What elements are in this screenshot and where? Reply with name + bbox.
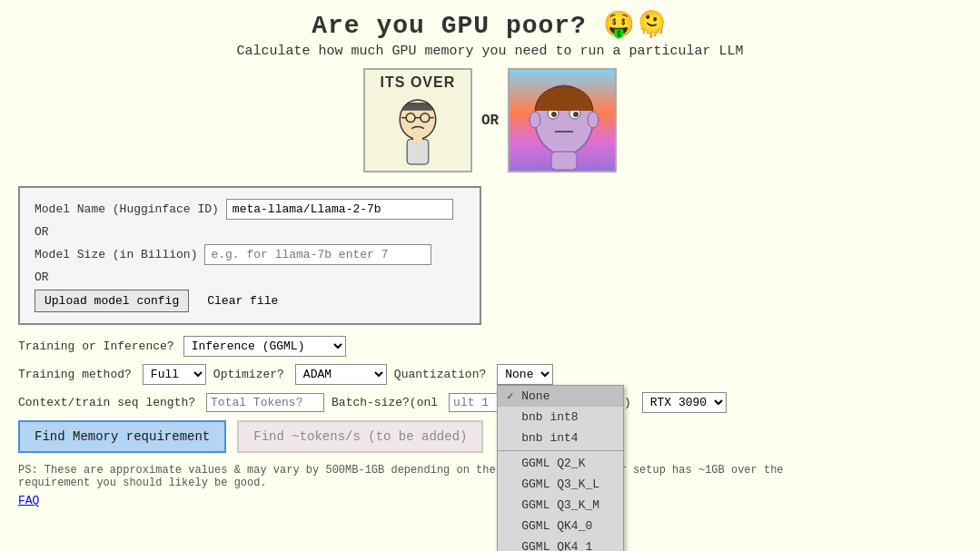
svg-point-12 [551,112,557,117]
gpu-select[interactable]: RTX 3090 RTX 4090 A100 H100 [642,392,727,413]
quantization-option-ggml-q2k[interactable]: GGML Q2_K [498,453,623,474]
method-optimizer-quantization-row: Training method? Full LoRA QLoRA Optimiz… [18,364,962,385]
meme-npc-box [508,68,617,172]
or-row-2: OR [35,271,465,284]
svg-rect-17 [551,152,577,170]
npc-figure [510,70,617,172]
model-name-row: Model Name (Hugginface ID) [35,199,465,220]
training-method-select[interactable]: Full LoRA QLoRA [143,364,206,385]
model-name-input[interactable] [226,199,453,220]
page-subtitle: Calculate how much GPU memory you need t… [18,44,962,59]
faq-link[interactable]: FAQ [18,494,39,507]
action-buttons-row: Find Memory requirement Find ~tokens/s (… [18,420,962,453]
wojak-figure [381,94,454,166]
training-inference-select[interactable]: Inference (GGML) Training Inference (PyT… [183,336,346,357]
model-size-label: Model Size (in Billion) [35,248,197,261]
meme-its-over-text: ITS OVER [381,74,456,91]
svg-rect-7 [413,137,422,143]
quantization-option-ggml-q3kl[interactable]: GGML Q3_K_L [498,474,623,495]
quantization-popup: ✓ None bnb int8 bnb int4 GGML Q2_K [497,385,624,551]
or-row-1: OR [35,225,465,239]
training-method-label: Training method? [18,368,132,381]
quantization-option-ggml-q3km[interactable]: GGML Q3_K_M [498,495,623,516]
batch-label: Batch-size?(onl [332,396,438,409]
meme-section: ITS OVER OR [18,68,962,172]
quantization-option-ggml-qk41[interactable]: GGML QK4_1 [498,536,623,551]
quantization-option-bnb-int4[interactable]: bnb int4 [498,428,623,448]
context-label: Context/train seq length? [18,396,195,409]
page-title: Are you GPU poor? 🤑🫠 [18,9,962,40]
svg-point-16 [588,112,599,128]
quantization-container: None ✓ None bnb int8 bnb int4 [497,364,553,385]
quantization-option-bnb-int8[interactable]: bnb int8 [498,407,623,428]
or-separator: OR [481,113,499,129]
meme-its-over-box: ITS OVER [363,68,472,172]
model-size-input[interactable] [204,244,431,265]
svg-point-15 [530,112,540,128]
svg-rect-6 [407,139,429,164]
upload-row: Upload model config Clear file [35,290,465,312]
footer-text-1: PS: These are approximate values & may v… [18,464,541,477]
quantization-select[interactable]: None [497,364,553,385]
batch-input[interactable] [449,393,503,412]
model-size-row: Model Size (in Billion) [35,244,465,265]
find-tokens-button[interactable]: Find ~tokens/s (to be added) [237,420,483,453]
training-inference-row: Training or Inference? Inference (GGML) … [18,336,962,357]
footer-note: PS: These are approximate values & may v… [18,464,836,489]
svg-point-13 [573,112,579,117]
upload-model-config-button[interactable]: Upload model config [35,290,189,312]
quantization-option-ggml-qk40[interactable]: GGML QK4_0 [498,516,623,536]
page-header: Are you GPU poor? 🤑🫠 Calculate how much … [18,9,962,59]
quantization-label: Quantization? [394,368,486,381]
context-input[interactable] [206,393,324,412]
model-form: Model Name (Hugginface ID) OR Model Size… [18,186,481,325]
popup-divider [498,450,623,451]
find-memory-button[interactable]: Find Memory requirement [18,420,226,453]
context-batch-gpu-row: Context/train seq length? Batch-size?(on… [18,392,962,413]
optimizer-label: Optimizer? [213,368,284,381]
optimizer-select[interactable]: ADAM SGD Adafactor [295,364,387,385]
training-inference-label: Training or Inference? [18,339,174,353]
clear-file-button[interactable]: Clear file [198,290,287,312]
model-name-label: Model Name (Hugginface ID) [35,202,219,216]
quantization-option-none[interactable]: ✓ None [498,386,623,407]
